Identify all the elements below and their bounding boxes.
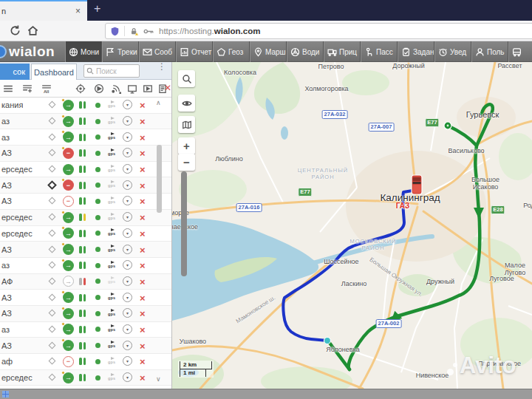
locate-diamond-icon[interactable]	[49, 310, 56, 317]
unit-remove-icon[interactable]: ×	[140, 245, 146, 254]
menu-item-Задан[interactable]: Задан	[398, 41, 434, 62]
scroll-down-icon[interactable]: ∨	[156, 375, 161, 383]
unit-menu-button[interactable]: ▾	[123, 228, 132, 238]
unit-menu-button[interactable]: ▾	[123, 324, 132, 334]
unit-row[interactable]: АЗ−gps▾×	[0, 194, 172, 210]
unit-remove-icon[interactable]: ×	[140, 149, 146, 158]
tab-close-icon[interactable]: ×	[75, 6, 81, 16]
unit-menu-button[interactable]: ▾	[123, 212, 132, 222]
menu-item-bus[interactable]	[508, 41, 532, 62]
zoom-slider[interactable]	[181, 171, 187, 276]
unit-remove-icon[interactable]: ×	[140, 100, 146, 110]
unit-menu-button[interactable]: ▾	[123, 341, 132, 350]
url-text[interactable]: https://hosting.wialon.com	[159, 27, 260, 35]
unit-row[interactable]: ерседес→gps▾×	[0, 370, 172, 386]
unit-remove-icon[interactable]: ×	[140, 117, 146, 126]
locate-diamond-icon[interactable]	[49, 341, 56, 349]
unit-menu-button[interactable]: ▾	[123, 356, 132, 366]
unit-row[interactable]: АЗ→gps▾×	[0, 290, 172, 306]
toolbar-list-all-icon[interactable]: All	[41, 83, 52, 94]
map-search-button[interactable]	[178, 70, 195, 87]
scroll-up-icon[interactable]: ∧	[156, 99, 161, 106]
unit-remove-icon[interactable]: ×	[140, 213, 146, 222]
tab-unit-list[interactable]: сок	[0, 64, 30, 80]
unit-row[interactable]: аз→gps▾×	[0, 129, 172, 146]
unit-menu-button[interactable]: ▾	[123, 116, 132, 126]
unit-row[interactable]: аз→gps▾×	[0, 114, 172, 130]
locate-diamond-icon[interactable]	[49, 166, 56, 173]
unit-row[interactable]: аз→gps▾×	[0, 258, 172, 274]
new-tab-button[interactable]: +	[94, 2, 100, 16]
unit-menu-button[interactable]: ▾	[123, 196, 132, 205]
unit-remove-icon[interactable]: ×	[140, 373, 146, 383]
locate-diamond-icon[interactable]	[49, 374, 56, 381]
menu-item-Отчет[interactable]: Отчет	[176, 41, 213, 62]
unit-remove-icon[interactable]: ×	[140, 180, 146, 190]
toolbar-player-icon[interactable]	[143, 83, 153, 94]
unit-row[interactable]: аз→gps▾×	[0, 322, 172, 338]
unit-row[interactable]: аф−gps▾×	[0, 354, 172, 370]
locate-diamond-icon[interactable]	[49, 101, 56, 109]
toolbar-close-icon[interactable]: ✕	[164, 83, 171, 93]
menu-item-Марш[interactable]: Марш	[250, 41, 287, 62]
map-panel[interactable]: КолосовкаПетровоДорожныйРассветХолмогоро…	[172, 62, 532, 389]
unit-row[interactable]: АФ→gps▾×	[0, 274, 172, 290]
reload-icon[interactable]	[9, 24, 21, 37]
home-icon[interactable]	[27, 24, 39, 37]
lock-warning-icon[interactable]	[129, 27, 139, 36]
unit-menu-button[interactable]: ▾	[123, 180, 132, 190]
search-input[interactable]	[96, 67, 136, 75]
unit-remove-icon[interactable]: ×	[140, 357, 146, 366]
locate-diamond-icon[interactable]	[49, 149, 56, 157]
unit-row[interactable]: АЗ−gps▾×	[0, 177, 172, 194]
unit-row[interactable]: АЗ→gps▾×	[0, 338, 172, 354]
unit-remove-icon[interactable]: ×	[140, 261, 146, 270]
locate-diamond-icon[interactable]	[49, 214, 56, 221]
unit-menu-button[interactable]: ▾	[123, 260, 132, 270]
locate-diamond-icon[interactable]	[49, 117, 56, 125]
locate-diamond-icon[interactable]	[49, 358, 56, 365]
unit-menu-button[interactable]: ▾	[123, 245, 132, 254]
map-visibility-button[interactable]	[178, 95, 195, 112]
unit-menu-button[interactable]: ▾	[123, 293, 132, 302]
vehicle-marker-icon[interactable]	[412, 175, 422, 194]
toolbar-list-plain-icon[interactable]	[3, 83, 13, 94]
menu-item-Треки[interactable]: Треки	[102, 41, 139, 62]
unit-row[interactable]: ерседес→gps▾×	[0, 210, 172, 226]
menu-item-Пасс[interactable]: Пасс	[361, 41, 398, 62]
menu-item-Води[interactable]: Води	[287, 41, 324, 62]
unit-row[interactable]: АЗ→gps▾×	[0, 306, 172, 322]
toolbar-list-add-icon[interactable]	[22, 83, 33, 94]
locate-diamond-icon[interactable]	[49, 326, 56, 333]
unit-menu-button[interactable]: ▾	[123, 308, 132, 318]
toolbar-signal-icon[interactable]	[111, 83, 121, 94]
unit-menu-button[interactable]: ▾	[123, 276, 132, 286]
unit-remove-icon[interactable]: ×	[140, 276, 146, 286]
unit-menu-button[interactable]: ▾	[123, 148, 132, 157]
unit-row[interactable]: АЗ→gps▾×	[0, 242, 172, 258]
locate-diamond-icon[interactable]	[49, 133, 56, 140]
locate-diamond-icon[interactable]	[49, 245, 56, 253]
map-layers-button[interactable]	[178, 116, 195, 133]
unit-remove-icon[interactable]: ×	[140, 228, 146, 238]
unit-row[interactable]: кания→gps▾×	[0, 98, 172, 114]
unit-menu-button[interactable]: ▾	[123, 164, 132, 174]
toolbar-follow-icon[interactable]	[94, 83, 104, 94]
shield-icon[interactable]	[110, 27, 120, 36]
unit-remove-icon[interactable]: ×	[140, 165, 146, 174]
unit-menu-button[interactable]: ▾	[123, 372, 132, 382]
list-scrollbar-thumb[interactable]	[157, 145, 162, 213]
unit-remove-icon[interactable]: ×	[140, 309, 146, 318]
toolbar-screen-icon[interactable]	[127, 83, 137, 94]
unit-remove-icon[interactable]: ×	[140, 341, 146, 350]
menu-item-Увед[interactable]: Увед	[434, 41, 471, 62]
locate-diamond-icon[interactable]	[49, 197, 56, 205]
unit-row[interactable]: ерседес→gps▾×	[0, 226, 172, 242]
sidebar-menu-dots-icon[interactable]: ⋮	[157, 65, 163, 69]
browser-tab[interactable]: n ×	[0, 0, 87, 21]
unit-remove-icon[interactable]: ×	[140, 132, 146, 142]
menu-item-Геоз[interactable]: Геоз	[213, 41, 250, 62]
locate-diamond-icon[interactable]	[49, 229, 56, 236]
unit-row[interactable]: АЗ−gps▾×	[0, 146, 172, 162]
toolbar-target-icon[interactable]	[75, 83, 86, 94]
